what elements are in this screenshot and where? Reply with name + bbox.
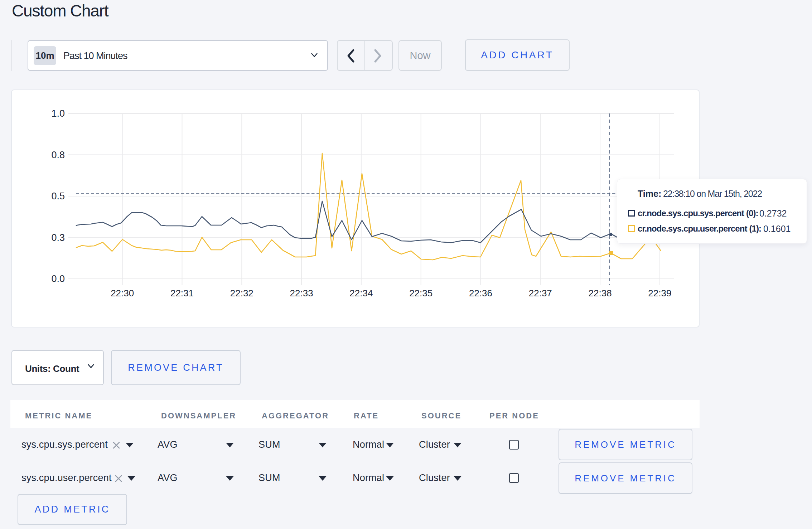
- svg-text:0.3: 0.3: [51, 232, 65, 243]
- svg-text:1.0: 1.0: [51, 108, 65, 119]
- svg-text:22:36: 22:36: [469, 288, 492, 299]
- svg-text:22:37: 22:37: [529, 288, 552, 299]
- svg-text:22:39: 22:39: [648, 288, 671, 299]
- svg-text:22:31: 22:31: [170, 288, 194, 299]
- svg-text:22:38: 22:38: [589, 288, 612, 299]
- svg-text:22:30: 22:30: [111, 288, 134, 299]
- svg-text:22:34: 22:34: [349, 288, 373, 299]
- svg-text:0.8: 0.8: [51, 150, 65, 160]
- svg-text:22:35: 22:35: [409, 288, 432, 299]
- svg-text:0.0: 0.0: [51, 273, 65, 284]
- svg-text:22:33: 22:33: [290, 288, 313, 299]
- svg-text:22:32: 22:32: [230, 288, 253, 299]
- svg-text:0.5: 0.5: [51, 191, 65, 202]
